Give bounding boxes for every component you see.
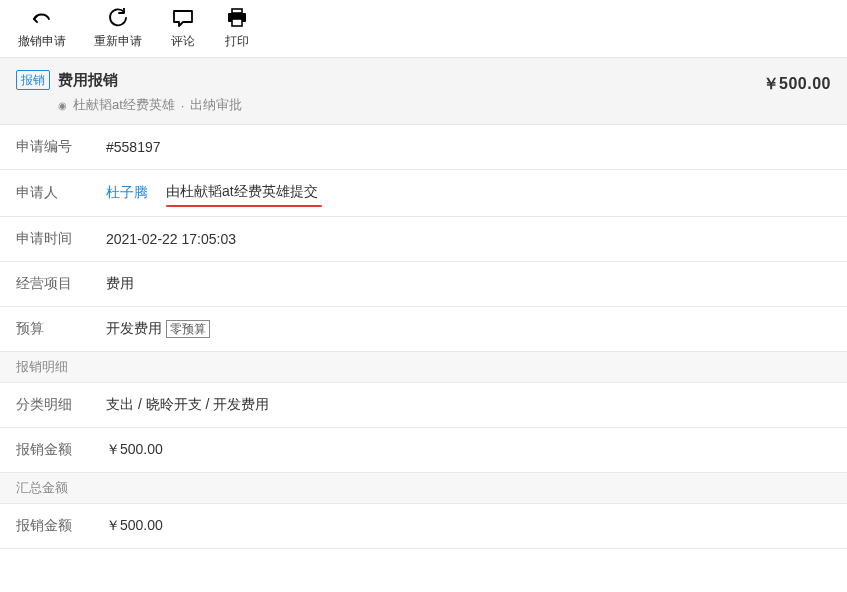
field-value: #558197 xyxy=(106,139,161,155)
status-text: 出纳审批 xyxy=(190,96,242,114)
svg-rect-0 xyxy=(232,9,242,13)
undo-curve-icon xyxy=(29,8,55,31)
applicant-link[interactable]: 杜子腾 xyxy=(106,184,148,202)
toolbar: 撤销申请 重新申请 评论 打印 xyxy=(0,0,847,57)
comment-icon xyxy=(170,8,196,31)
field-label: 预算 xyxy=(16,320,86,338)
row-project: 经营项目 费用 xyxy=(0,262,847,307)
row-request-no: 申请编号 #558197 xyxy=(0,125,847,170)
field-label: 报销金额 xyxy=(16,517,86,535)
field-value: ￥500.00 xyxy=(106,441,163,459)
row-detail-amount: 报销金额 ￥500.00 xyxy=(0,428,847,473)
refresh-icon xyxy=(105,8,131,31)
field-label: 申请编号 xyxy=(16,138,86,156)
header-amount: ￥500.00 xyxy=(763,74,831,95)
row-time: 申请时间 2021-02-22 17:05:03 xyxy=(0,217,847,262)
page-title: 费用报销 xyxy=(58,71,118,90)
field-label: 申请人 xyxy=(16,184,86,202)
applicant-note: 由杜献韬at经费英雄提交 xyxy=(166,183,318,203)
row-applicant: 申请人 杜子腾 由杜献韬at经费英雄提交 xyxy=(0,170,847,217)
field-label: 申请时间 xyxy=(16,230,86,248)
svg-rect-2 xyxy=(232,19,242,26)
section-detail-title: 报销明细 xyxy=(0,352,847,383)
toolbar-label: 重新申请 xyxy=(94,33,142,50)
withdraw-button[interactable]: 撤销申请 xyxy=(18,8,66,50)
field-label: 报销金额 xyxy=(16,441,86,459)
resubmit-button[interactable]: 重新申请 xyxy=(94,8,142,50)
comment-button[interactable]: 评论 xyxy=(170,8,196,50)
field-value: ￥500.00 xyxy=(106,517,163,535)
field-value: 费用 xyxy=(106,275,134,293)
toolbar-label: 评论 xyxy=(171,33,195,50)
section-summary-title: 汇总金额 xyxy=(0,473,847,504)
field-label: 分类明细 xyxy=(16,396,86,414)
toolbar-label: 打印 xyxy=(225,33,249,50)
budget-chip: 零预算 xyxy=(166,320,210,338)
print-icon xyxy=(224,8,250,31)
row-summary-amount: 报销金额 ￥500.00 xyxy=(0,504,847,549)
type-tag: 报销 xyxy=(16,70,50,90)
separator: · xyxy=(181,98,185,113)
row-category: 分类明细 支出 / 晓昤开支 / 开发费用 xyxy=(0,383,847,428)
bullet-icon: ◉ xyxy=(58,100,67,111)
field-value: 2021-02-22 17:05:03 xyxy=(106,231,236,247)
print-button[interactable]: 打印 xyxy=(224,8,250,50)
header-bar: 报销 费用报销 ◉ 杜献韬at经费英雄 · 出纳审批 ￥500.00 xyxy=(0,57,847,125)
field-label: 经营项目 xyxy=(16,275,86,293)
field-value: 支出 / 晓昤开支 / 开发费用 xyxy=(106,396,269,414)
toolbar-label: 撤销申请 xyxy=(18,33,66,50)
budget-value: 开发费用 xyxy=(106,320,162,338)
submitter-name: 杜献韬at经费英雄 xyxy=(73,96,175,114)
row-budget: 预算 开发费用 零预算 xyxy=(0,307,847,352)
